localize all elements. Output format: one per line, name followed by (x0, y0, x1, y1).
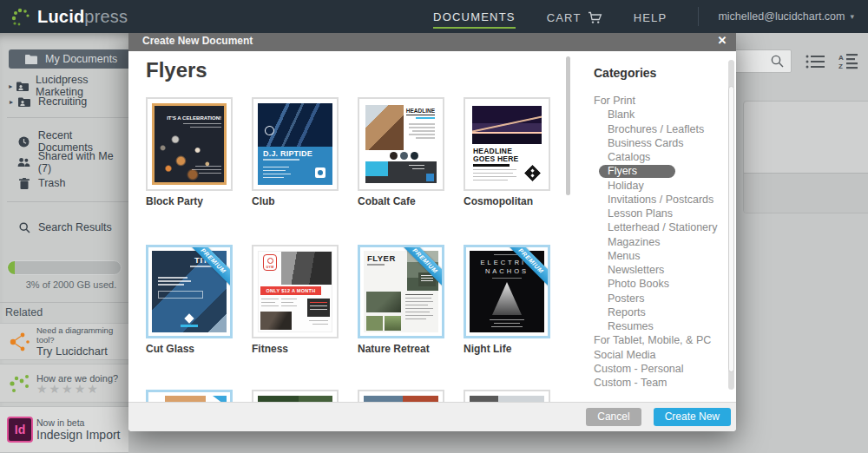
shared-folder-icon (17, 97, 31, 107)
category-item[interactable]: Business Cards (583, 137, 729, 151)
template-thumbnail[interactable]: GYM ONLY $12 A MONTH (252, 245, 339, 338)
create-new-button[interactable]: Create New (654, 408, 731, 426)
lucidchart-icon (7, 331, 33, 353)
category-item[interactable]: Resumes (583, 320, 729, 334)
promo-indesign[interactable]: Id Now in beta Indesign Import (0, 406, 128, 453)
sidebar-item-trash[interactable]: Trash (0, 174, 128, 193)
categories-list: For Print Blank Brochures / Leaflets Bus… (583, 95, 729, 391)
category-item[interactable]: Posters (583, 292, 729, 306)
sidebar-divider (7, 117, 128, 118)
chevron-right-icon: ▸ (5, 98, 17, 106)
category-item[interactable]: Blank (583, 108, 729, 122)
sidebar-item-my-documents[interactable]: My Documents (9, 49, 128, 69)
template-name: Night Life (464, 343, 550, 355)
category-item[interactable]: For Print (583, 95, 729, 108)
chevron-down-icon: ▾ (850, 12, 854, 21)
modal-title: Create New Document (142, 35, 253, 47)
template-card-partial[interactable] (358, 390, 444, 402)
clock-icon (17, 136, 31, 148)
search-icon (771, 55, 784, 68)
rating-stars[interactable]: ★★★★★ (36, 384, 118, 394)
storage-usage-text: 3% of 2000 GB used. (17, 279, 125, 290)
page-title: Flyers (146, 58, 207, 82)
category-item[interactable]: Magazines (583, 236, 729, 250)
template-name: Club (252, 195, 339, 207)
category-item[interactable]: Letterhead / Stationery (583, 221, 729, 235)
category-item[interactable]: Newsletters (583, 264, 729, 278)
template-card-cosmopolitan[interactable]: HEADLINE GOES HERE Cosmopolitan (464, 97, 550, 207)
folder-icon (24, 55, 38, 64)
svg-text:A: A (838, 54, 844, 62)
category-item[interactable]: Lesson Plans (583, 207, 729, 221)
sidebar-item-recent-documents[interactable]: Recent Documents (0, 132, 128, 151)
sidebar-divider (0, 302, 128, 303)
sidebar-item-search-results[interactable]: Search Results (0, 218, 128, 237)
template-card-nature-retreat[interactable]: FLYER PREMIUM (358, 245, 444, 355)
storage-progress-fill (8, 261, 15, 274)
template-card-club[interactable]: D.J. RIPTIDE Club (252, 97, 339, 207)
lucidpress-logo[interactable]: Lucidpress (10, 6, 128, 27)
category-item[interactable]: For Tablet, Mobile, & PC (583, 334, 729, 348)
promo-lucidchart[interactable]: Need a diagramming tool? Try Lucidchart (0, 323, 128, 360)
template-card-night-life[interactable]: ELECTRIC NACHOS PREMIUM Night Life (464, 245, 550, 355)
promo-rating: How are we doing? ★★★★★ (0, 364, 128, 403)
nav-help[interactable]: HELP (634, 6, 667, 28)
template-name: Cut Glass (146, 343, 233, 355)
close-icon[interactable]: ✕ (714, 33, 730, 49)
category-item[interactable]: Reports (583, 306, 729, 320)
template-thumbnail[interactable]: D.J. RIPTIDE (252, 97, 339, 191)
nav-divider (698, 7, 699, 26)
sidebar: My Documents ▸ Lucidpress Marketing ▸ Re… (0, 33, 128, 453)
template-scrollbar[interactable] (566, 56, 570, 195)
categories-scrollbar-thumb[interactable] (728, 86, 734, 372)
category-item-selected[interactable]: Flyers (583, 165, 729, 179)
modal-header: Create New Document ✕ (128, 30, 736, 51)
list-view-icon[interactable] (806, 54, 825, 73)
categories-title: Categories (594, 66, 656, 80)
background-document-card (743, 101, 868, 213)
template-card-partial[interactable] (252, 390, 339, 402)
template-card-cut-glass[interactable]: TITLE PREMIUM Cut Glass (146, 245, 233, 355)
create-new-document-modal: Create New Document ✕ Flyers IT'S A CELE… (128, 30, 736, 431)
sidebar-item-recruiting[interactable]: ▸ Recruiting (0, 92, 128, 111)
category-item[interactable]: Brochures / Leaflets (583, 123, 729, 137)
category-item[interactable]: Photo Books (583, 278, 729, 292)
lucid-green-icon (7, 373, 33, 394)
sidebar-item-shared-with-me[interactable]: Shared with Me (7) (0, 153, 128, 172)
nav-cart[interactable]: CART (547, 6, 602, 28)
account-email: michelled@lucidchart.com (718, 10, 845, 23)
template-card-partial[interactable] (464, 390, 550, 402)
sort-az-icon[interactable]: AZ (838, 53, 859, 74)
modal-footer: Cancel Create New (128, 402, 736, 431)
template-thumbnail[interactable]: HEADLINE (358, 97, 444, 191)
template-card-partial[interactable] (146, 390, 233, 402)
template-thumbnail[interactable]: FLYER PREMIUM (358, 245, 444, 338)
template-thumbnail[interactable]: TITLE PREMIUM (146, 245, 233, 338)
category-item[interactable]: Catalogs (583, 151, 729, 165)
cart-icon (588, 11, 602, 24)
promo-indesign-title: Now in beta (36, 417, 121, 428)
category-item[interactable]: Invitations / Postcards (583, 194, 729, 207)
template-thumbnail[interactable]: HEADLINE GOES HERE (464, 97, 550, 191)
account-menu[interactable]: michelled@lucidchart.com ▾ (718, 10, 854, 23)
nav-documents[interactable]: DOCUMENTS (433, 5, 516, 29)
template-card-fitness[interactable]: GYM ONLY $12 A MONTH Fitness (252, 245, 339, 355)
category-item[interactable]: Holiday (583, 180, 729, 194)
svg-text:Z: Z (838, 62, 843, 70)
promo-lucidchart-cta: Try Lucidchart (36, 345, 128, 358)
category-item[interactable]: Custom - Team (583, 377, 729, 391)
category-item[interactable]: Menus (583, 250, 729, 264)
lucid-logo-icon (10, 6, 31, 27)
top-bar: Lucidpress DOCUMENTS CART HELP michelled… (0, 0, 868, 33)
modal-body: Flyers IT'S A CELEBRATION! Block Party (128, 51, 736, 402)
promo-lucidchart-title: Need a diagramming tool? (36, 325, 128, 345)
category-item[interactable]: Custom - Personal (583, 363, 729, 377)
indesign-icon: Id (7, 417, 33, 443)
template-thumbnail[interactable]: IT'S A CELEBRATION! (146, 97, 233, 191)
search-icon (17, 222, 31, 233)
template-card-cobalt-cafe[interactable]: HEADLINE (358, 97, 444, 207)
cancel-button[interactable]: Cancel (586, 408, 641, 426)
category-item[interactable]: Social Media (583, 349, 729, 363)
template-card-block-party[interactable]: IT'S A CELEBRATION! Block Party (146, 97, 233, 207)
template-thumbnail[interactable]: ELECTRIC NACHOS PREMIUM (464, 245, 550, 338)
